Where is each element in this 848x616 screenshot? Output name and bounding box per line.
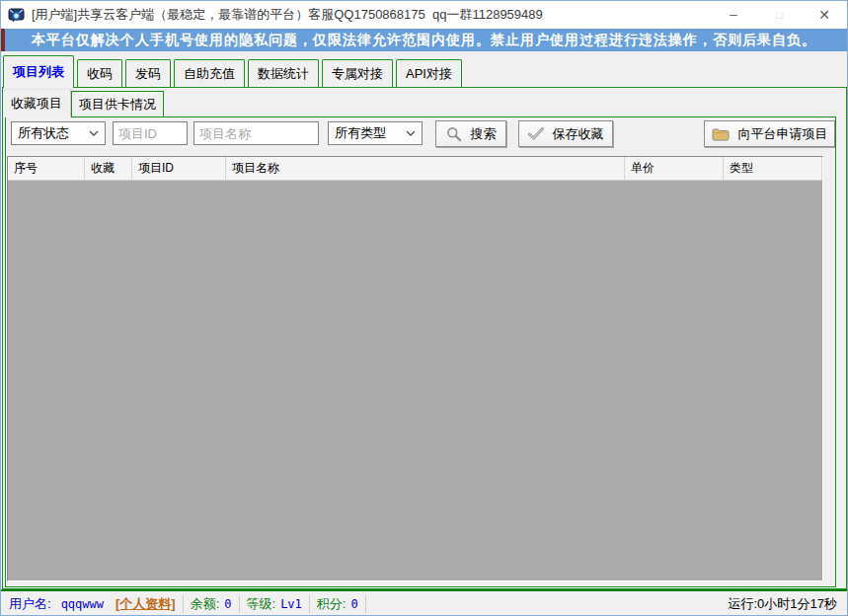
notice-banner: 本平台仅解决个人手机号使用的隐私问题，仅限法律允许范围内使用。禁止用户使用过程进… [1, 29, 847, 51]
column-header-project-id[interactable]: 项目ID [132, 157, 226, 181]
points-value: 0 [350, 597, 357, 611]
project-name-input[interactable] [193, 121, 319, 145]
sub-tab-bar: 收藏项目 项目供卡情况 [3, 89, 164, 117]
column-header-unit-price[interactable]: 单价 [625, 157, 724, 181]
checkmark-icon [528, 127, 544, 140]
list-header-row: 序号 收藏 项目ID 项目名称 单价 类型 [8, 157, 822, 181]
chevron-down-icon [89, 130, 99, 136]
type-filter-value: 所有类型 [335, 124, 386, 142]
column-header-favorite[interactable]: 收藏 [85, 157, 132, 181]
points-label: 积分: [317, 595, 347, 613]
tab-data-stats[interactable]: 数据统计 [248, 59, 319, 87]
apply-project-button[interactable]: 向平台申请项目 [704, 120, 835, 147]
tab-api-link[interactable]: API对接 [396, 59, 462, 87]
status-separator [365, 595, 366, 613]
close-button[interactable]: ✕ [802, 1, 847, 29]
maximize-button[interactable]: □ [756, 1, 802, 29]
minimize-button[interactable]: ─ [711, 1, 756, 29]
project-id-input[interactable] [113, 121, 188, 145]
tab-exclusive-link[interactable]: 专属对接 [322, 59, 393, 87]
status-filter-select[interactable]: 所有状态 [11, 121, 106, 145]
chevron-down-icon [406, 130, 416, 136]
status-separator [239, 595, 240, 613]
balance-value: 0 [224, 597, 231, 611]
username-label: 用户名: [9, 595, 51, 613]
search-button-label: 搜索 [471, 125, 497, 143]
app-icon [8, 7, 25, 24]
save-favorites-label: 保存收藏 [553, 125, 604, 143]
column-header-type[interactable]: 类型 [724, 157, 822, 181]
status-bar: 用户名: qqqwww [个人资料] 余额: 0 等级: Lv1 积分: 0 运… [1, 589, 847, 616]
status-filter-value: 所有状态 [18, 124, 69, 142]
project-list-view: 序号 收藏 项目ID 项目名称 单价 类型 [7, 156, 823, 581]
profile-link[interactable]: [个人资料] [116, 595, 176, 613]
window-controls: ─ □ ✕ [711, 1, 847, 29]
main-tab-bar: 项目列表 收码 发码 自助充值 数据统计 专属对接 API对接 [3, 55, 465, 88]
save-favorites-button[interactable]: 保存收藏 [518, 120, 613, 147]
status-separator [183, 595, 184, 613]
tab-project-list[interactable]: 项目列表 [3, 55, 74, 88]
notice-text: 本平台仅解决个人手机号使用的隐私问题，仅限法律允许范围内使用。禁止用户使用过程进… [32, 32, 816, 49]
search-button[interactable]: 搜索 [435, 120, 506, 147]
type-filter-select[interactable]: 所有类型 [328, 121, 423, 145]
banner-edge-decoration [1, 29, 5, 51]
column-header-index[interactable]: 序号 [8, 157, 85, 181]
search-icon [446, 126, 462, 142]
subtab-favorite-projects[interactable]: 收藏项目 [3, 89, 71, 117]
subtab-card-supply-status[interactable]: 项目供卡情况 [71, 91, 164, 116]
apply-project-label: 向平台申请项目 [738, 125, 828, 143]
status-separator [309, 595, 310, 613]
column-header-project-name[interactable]: 项目名称 [226, 157, 625, 181]
runtime-text: 运行:0小时1分17秒 [728, 595, 837, 613]
maximize-icon: □ [776, 9, 783, 21]
title-bar: [用户端]共享云客户端（最稳定，最靠谱的平台）客服QQ1750868175 qq… [1, 1, 847, 29]
close-icon: ✕ [818, 7, 830, 23]
level-value: Lv1 [280, 597, 302, 611]
minimize-icon: ─ [730, 9, 737, 21]
folder-icon [712, 127, 730, 141]
tab-receive-code[interactable]: 收码 [77, 59, 122, 87]
username-value: qqqwww [61, 597, 104, 611]
window-title: [用户端]共享云客户端（最稳定，最靠谱的平台）客服QQ1750868175 qq… [32, 6, 543, 24]
list-body-empty [8, 181, 822, 581]
balance-label: 余额: [191, 595, 220, 613]
tab-send-code[interactable]: 发码 [125, 59, 171, 87]
app-window: [用户端]共享云客户端（最稳定，最靠谱的平台）客服QQ1750868175 qq… [0, 0, 848, 616]
level-label: 等级: [247, 595, 276, 613]
tab-self-recharge[interactable]: 自助充值 [174, 59, 245, 87]
